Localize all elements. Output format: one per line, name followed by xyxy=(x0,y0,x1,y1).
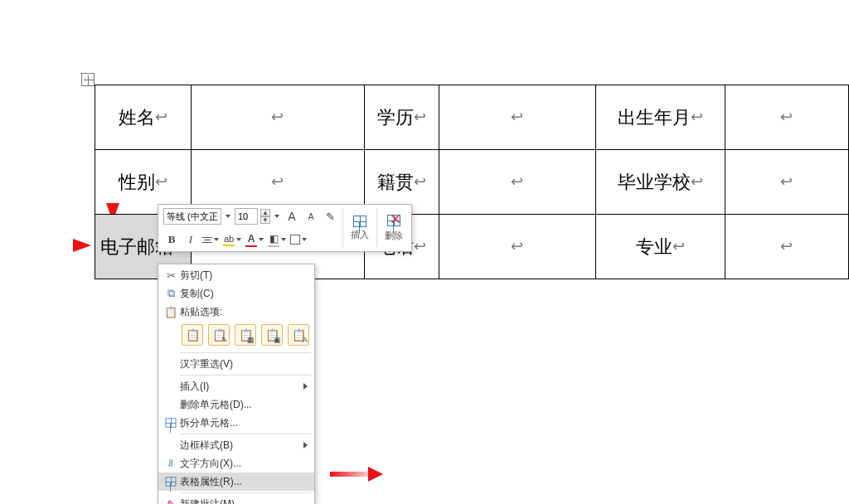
menu-new-comment[interactable]: ✎ 新建批注(M) xyxy=(158,495,314,504)
align-button[interactable] xyxy=(201,231,220,248)
cell-name-label[interactable]: 姓名↩ xyxy=(95,85,192,150)
cell-major-value[interactable]: ↩ xyxy=(725,215,848,279)
highlight-icon: ab xyxy=(224,234,234,244)
chevron-right-icon xyxy=(303,442,308,448)
cell-origin-value[interactable]: ↩ xyxy=(439,150,595,215)
comment-icon: ✎ xyxy=(167,498,176,505)
font-size-up[interactable]: ▲ xyxy=(260,209,270,216)
table-properties-icon xyxy=(166,477,177,486)
chevron-right-icon xyxy=(303,383,308,390)
insert-group[interactable]: 插入 xyxy=(346,206,374,250)
bucket-icon: ◧ xyxy=(269,233,279,245)
menu-table-properties[interactable]: 表格属性(R)... xyxy=(158,472,314,491)
menu-cut[interactable]: ✂ 剪切(T) xyxy=(158,266,314,284)
cell-name-value[interactable]: ↩ xyxy=(192,85,365,150)
font-name-dropdown[interactable] xyxy=(224,208,232,225)
shrink-font-button[interactable]: A xyxy=(303,208,319,225)
borders-button[interactable] xyxy=(289,231,308,248)
menu-insert[interactable]: 插入(I) xyxy=(158,377,314,395)
bold-button[interactable]: B xyxy=(163,231,180,248)
context-menu: ✂ 剪切(T) ⧉ 复制(C) 📋 粘贴选项: 📋 📋✎ 📋▦ 📋▣ 📋A 汉字… xyxy=(158,264,315,504)
format-painter-button[interactable]: ✎ xyxy=(322,208,338,225)
paste-picture[interactable]: 📋▣ xyxy=(261,324,283,346)
paste-text-only[interactable]: 📋A xyxy=(288,324,309,346)
copy-icon: ⧉ xyxy=(167,287,175,300)
font-color-button[interactable]: A xyxy=(245,231,264,248)
mini-toolbar: ▲ ▼ A A ✎ B I ab A xyxy=(158,204,412,252)
cell-major-label[interactable]: 专业↩ xyxy=(595,215,725,279)
cell-school-label[interactable]: 毕业学校↩ xyxy=(595,150,725,215)
table-insert-icon xyxy=(353,216,366,227)
shading-button[interactable]: ◧ xyxy=(267,231,287,248)
cell-edu-label[interactable]: 学历↩ xyxy=(364,85,439,150)
menu-text-direction[interactable]: ⥯ 文字方向(X)... xyxy=(158,454,314,472)
menu-copy[interactable]: ⧉ 复制(C) xyxy=(158,284,314,303)
font-size-input[interactable] xyxy=(235,208,258,225)
text-direction-icon: ⥯ xyxy=(167,458,175,469)
delete-group[interactable]: 删除 xyxy=(380,206,408,250)
font-size-dropdown[interactable] xyxy=(273,208,281,225)
border-icon xyxy=(290,235,300,245)
clipboard-icon: 📋 xyxy=(164,306,177,318)
font-name-input[interactable] xyxy=(163,208,221,225)
split-cells-icon xyxy=(166,418,177,427)
align-icon xyxy=(202,237,212,243)
menu-delete-cells[interactable]: 删除单元格(D)... xyxy=(158,395,314,414)
paste-options-row: 📋 📋✎ 📋▦ 📋▣ 📋A xyxy=(158,321,314,351)
paste-keep-source[interactable]: 📋 xyxy=(182,324,203,346)
font-size-down[interactable]: ▼ xyxy=(260,216,270,224)
cell-edu-value[interactable]: ↩ xyxy=(439,85,595,150)
brush-icon: ✎ xyxy=(326,211,335,223)
menu-border-style[interactable]: 边框样式(B) xyxy=(158,436,314,454)
delete-label: 删除 xyxy=(385,230,403,242)
table-row: 姓名↩ ↩ 学历↩ ↩ 出生年月↩ ↩ xyxy=(95,85,849,150)
italic-button[interactable]: I xyxy=(182,231,199,248)
cell-dob-value[interactable]: ↩ xyxy=(725,85,848,150)
callout-arrow-left xyxy=(73,239,91,252)
callout-arrow-gradient xyxy=(317,469,380,479)
insert-label: 插入 xyxy=(351,229,369,241)
menu-split-cells[interactable]: 拆分单元格... xyxy=(158,414,314,432)
cell-school-value[interactable]: ↩ xyxy=(725,150,848,215)
cell-phone-value[interactable]: ↩ xyxy=(439,215,595,279)
menu-ime-reconvert[interactable]: 汉字重选(V) xyxy=(158,355,314,373)
paste-merge-format[interactable]: 📋✎ xyxy=(208,324,230,346)
cell-dob-label[interactable]: 出生年月↩ xyxy=(595,85,725,150)
paste-nest-table[interactable]: 📋▦ xyxy=(235,324,256,346)
grow-font-button[interactable]: A xyxy=(284,208,300,225)
paragraph-mark-icon: ↩ xyxy=(155,108,167,126)
font-color-icon: A xyxy=(248,233,255,245)
menu-paste-options-label: 📋 粘贴选项: xyxy=(158,303,314,321)
table-move-handle[interactable] xyxy=(81,73,95,86)
highlight-button[interactable]: ab xyxy=(222,231,242,248)
scissors-icon: ✂ xyxy=(167,269,176,282)
